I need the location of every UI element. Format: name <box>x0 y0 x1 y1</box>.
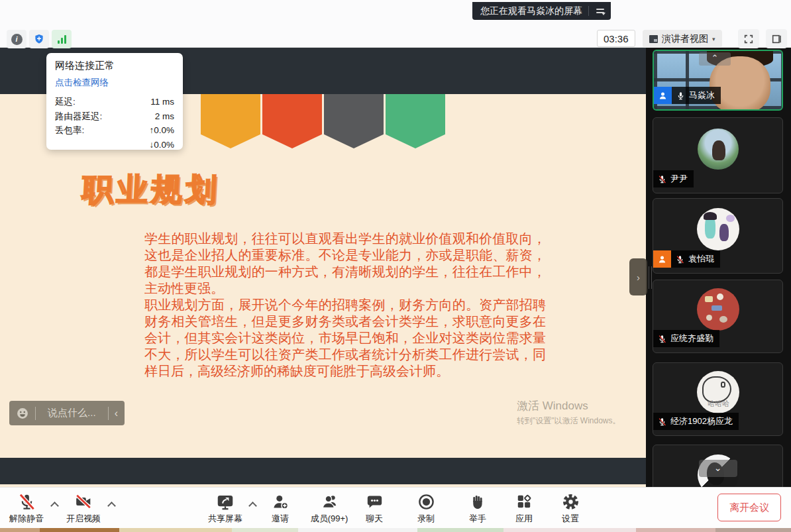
camera-icon <box>74 493 93 510</box>
check-network-link[interactable]: 点击检查网络 <box>55 77 174 89</box>
panel-layout-icon <box>771 34 782 44</box>
gear-icon <box>562 493 580 511</box>
start-video-button[interactable]: 开启视频 <box>56 492 111 525</box>
unmute-button[interactable]: 解除静音 <box>0 492 54 525</box>
mic-on-icon <box>676 91 685 100</box>
windows-activation-watermark: 激活 Windows 转到"设置"以激活 Windows。 <box>517 398 621 427</box>
shield-plus-icon <box>33 33 45 45</box>
settings-button[interactable]: 设置 <box>543 492 598 525</box>
info-icon: i <box>11 34 23 45</box>
avatar: 哈哈哈 <box>697 371 739 413</box>
banner-pennant-gray <box>324 94 384 148</box>
leave-meeting-button[interactable]: 离开会议 <box>717 494 781 521</box>
banner-pennant-red <box>262 94 322 148</box>
avatar <box>698 129 739 170</box>
avatar <box>697 288 739 331</box>
mic-muted-icon <box>658 335 666 343</box>
top-toolbar: i 03:36 演讲者视图 ▾ <box>0 0 791 48</box>
network-status-button[interactable] <box>52 30 72 48</box>
slide-body-text: 学生的职业规划，往往可以直观看出学生的就业价值观和价值取向，这也是企业招人的重要… <box>144 231 546 380</box>
participant-tile-ma-yanbing[interactable]: ⌃ 马焱冰 <box>653 50 783 111</box>
sidebar-toggle-button[interactable] <box>766 29 787 48</box>
mic-muted-icon <box>676 255 684 264</box>
record-icon <box>417 493 435 511</box>
participant-tile-partial[interactable]: ⌄ <box>653 445 783 487</box>
security-button[interactable] <box>29 30 49 48</box>
banner-pennant-green <box>386 94 445 148</box>
raise-hand-icon <box>469 493 486 511</box>
bottom-toolbar: 解除静音 开启视频 <box>0 487 791 528</box>
collapse-up-icon[interactable]: ⌃ <box>699 52 731 66</box>
chat-button[interactable]: 聊天 <box>346 492 402 525</box>
watching-screen-badge: 您正在观看马焱冰的屏幕 <box>472 2 611 20</box>
mic-muted-icon <box>658 417 666 426</box>
network-status-title: 网络连接正常 <box>55 60 174 72</box>
packet-loss-label: 丢包率: <box>55 123 84 138</box>
invite-button[interactable]: 邀请 <box>252 492 308 525</box>
quick-chat-input[interactable]: 说点什么... ‹ <box>9 401 125 425</box>
cohost-role-icon <box>653 250 671 268</box>
participant-name: 马焱冰 <box>689 89 715 101</box>
layout-icon <box>649 35 658 43</box>
share-screen-icon <box>216 493 235 511</box>
mic-muted-icon <box>658 175 666 184</box>
latency-value: 11 ms <box>150 95 174 109</box>
sidebar-collapse-handle[interactable]: › <box>629 258 647 295</box>
slide-paragraph-2: 职业规划方面，展开说个今年的招聘案例，财务方向的。资产部招聘财务相关管培生，但是… <box>144 297 546 380</box>
avatar <box>697 208 739 250</box>
emoji-icon <box>16 407 29 420</box>
router-latency-value: 2 ms <box>155 109 174 124</box>
view-switch-menu-button[interactable] <box>595 7 606 15</box>
slide-title: 职业规划 <box>81 169 221 211</box>
host-role-icon <box>654 87 672 104</box>
share-screen-button[interactable]: 共享屏幕 <box>197 492 253 525</box>
fullscreen-icon <box>743 34 754 44</box>
view-mode-label: 演讲者视图 <box>662 33 708 45</box>
packet-loss-down-value: ↓0.0% <box>149 138 174 152</box>
members-icon <box>321 493 339 511</box>
meeting-timer: 03:36 <box>597 30 635 47</box>
invite-icon <box>272 493 290 511</box>
name-row: 马焱冰 <box>654 87 721 104</box>
participant-name: 经济1902杨应龙 <box>670 415 733 427</box>
apps-icon <box>515 493 533 510</box>
fullscreen-button[interactable] <box>738 29 759 48</box>
badge-divider <box>588 6 589 16</box>
view-mode-dropdown[interactable]: 演讲者视图 ▾ <box>643 30 722 48</box>
watermark-line1: 激活 Windows <box>517 398 621 413</box>
participant-name: 袁怡琨 <box>688 253 714 265</box>
chevron-down-icon: ▾ <box>712 36 715 42</box>
banner-pennant-orange <box>201 94 260 148</box>
scroll-down-icon[interactable]: ⌄ <box>699 460 737 477</box>
watching-screen-text: 您正在观看马焱冰的屏幕 <box>480 5 582 17</box>
signal-bars-icon <box>58 35 66 44</box>
meeting-info-button[interactable]: i <box>7 30 26 48</box>
record-button[interactable]: 录制 <box>398 492 454 525</box>
pill-divider <box>35 407 36 420</box>
video-options-chevron[interactable] <box>109 501 115 507</box>
latency-label: 延迟: <box>55 95 76 109</box>
participants-sidebar: ⌃ 马焱冰 <box>646 48 791 487</box>
watermark-line2: 转到"设置"以激活 Windows。 <box>517 415 621 427</box>
participant-name: 尹尹 <box>670 173 688 185</box>
meeting-window: i 03:36 演讲者视图 ▾ <box>0 0 791 532</box>
participant-name: 应统齐盛勤 <box>670 333 713 345</box>
desktop-sliver <box>0 528 791 532</box>
participant-tile-yinyin[interactable]: 尹尹 <box>653 117 783 193</box>
slide-bottom-bar <box>0 458 646 484</box>
menu-caret-icon <box>602 13 606 15</box>
slide-paragraph-1: 学生的职业规划，往往可以直观看出学生的就业价值观和价值取向，这也是企业招人的重要… <box>144 231 546 297</box>
participant-tile-yingtong-qishengqin[interactable]: 应统齐盛勤 <box>653 280 783 353</box>
resize-grip-icon[interactable] <box>649 266 652 289</box>
mic-icon <box>18 493 36 511</box>
chat-placeholder: 说点什么... <box>42 407 102 419</box>
network-status-popup: 网络连接正常 点击检查网络 延迟:11 ms 路由器延迟:2 ms 丢包率:↑0… <box>46 53 183 150</box>
collapse-left-icon[interactable]: ‹ <box>115 407 118 419</box>
packet-loss-up-value: ↑0.0% <box>149 123 174 138</box>
participant-tile-yuan-yikun[interactable]: 袁怡琨 <box>653 198 783 274</box>
participant-tile-jingji1902-yangyinglong[interactable]: 哈哈哈 经济1902杨应龙 <box>653 362 783 436</box>
pill-divider <box>108 407 109 420</box>
router-latency-label: 路由器延迟: <box>55 109 102 124</box>
chat-icon <box>366 493 384 511</box>
